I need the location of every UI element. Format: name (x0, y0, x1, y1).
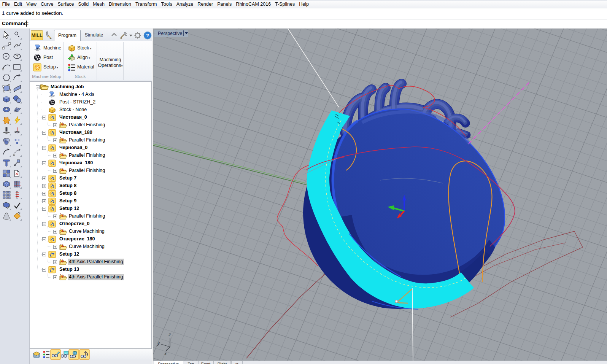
svg-text:Perspective: Perspective (158, 31, 182, 36)
svg-text:z: z (168, 332, 171, 337)
svg-text:x: x (164, 351, 167, 356)
svg-text:?: ? (146, 33, 149, 38)
